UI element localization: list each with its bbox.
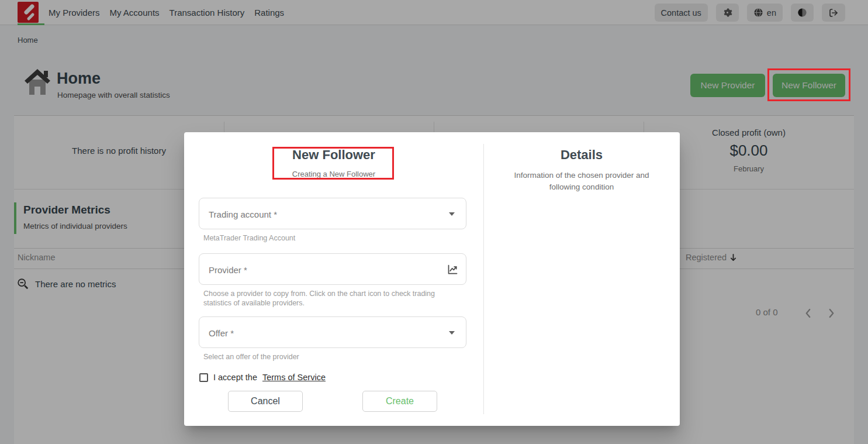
provider-select[interactable]: Provider * (199, 253, 466, 285)
chart-icon (447, 263, 459, 276)
dialog-subtitle: Creating a New Follower (184, 170, 483, 178)
details-subtitle: Information of the chosen provider and f… (511, 170, 652, 193)
trading-account-select[interactable]: Trading account * (199, 198, 466, 229)
create-button[interactable]: Create (362, 391, 437, 412)
provider-label: Provider * (209, 254, 247, 285)
trading-account-label: Trading account * (209, 198, 277, 230)
provider-helper: Choose a provider to copy from. Click on… (203, 289, 449, 308)
chevron-down-icon (449, 331, 455, 335)
terms-checkbox[interactable] (199, 373, 208, 382)
terms-of-service-link[interactable]: Terms of Service (262, 373, 326, 382)
chevron-down-icon (449, 212, 455, 216)
dialog-divider (483, 144, 484, 414)
new-follower-dialog: New Follower Creating a New Follower Tra… (184, 132, 680, 426)
offer-label: Offer * (209, 317, 234, 349)
cancel-button[interactable]: Cancel (228, 391, 303, 412)
provider-statistics-button[interactable] (447, 263, 459, 277)
dialog-title: New Follower (184, 147, 483, 163)
terms-text: I accept the (213, 373, 257, 382)
offer-select[interactable]: Offer * (199, 316, 466, 348)
offer-helper: Select an offer of the provider (203, 352, 299, 362)
details-title: Details (483, 147, 680, 163)
terms-row: I accept the Terms of Service (199, 373, 326, 382)
trading-account-helper: MetaTrader Trading Account (203, 233, 295, 243)
